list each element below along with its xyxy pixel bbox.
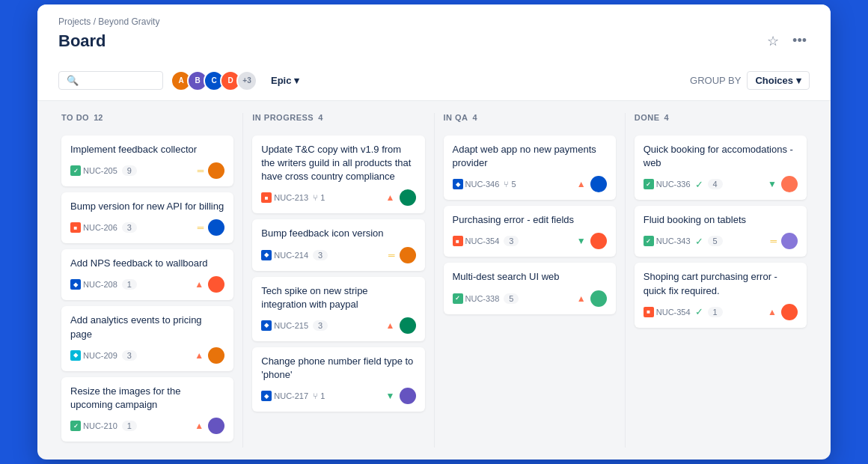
card[interactable]: Add analytics events to pricing page ◆ N… (61, 306, 233, 370)
priority-icon: ▲ (768, 307, 777, 317)
card-meta: ◆ NUC-209 3 ▲ (70, 347, 224, 364)
card-meta: ■ NUC-354 3 ▼ (453, 233, 607, 249)
header-top: Board ☆ ••• (58, 30, 810, 63)
issue-type-icon: ✓ (70, 165, 81, 176)
card[interactable]: Resize the images for the upcoming campa… (61, 377, 233, 442)
column-count: 4 (318, 113, 323, 122)
card[interactable]: Shoping cart purchasing error - quick fi… (635, 263, 807, 327)
card-meta: ◆ NUC-214 3 ═ (261, 247, 415, 263)
done-icon: ✓ (695, 236, 703, 247)
card[interactable]: Bump feedback icon version ◆ NUC-214 3 ═ (252, 219, 424, 270)
card-count: 3 (122, 222, 137, 233)
card-title: Add analytics events to pricing page (70, 314, 224, 341)
priority-icon: ═ (388, 250, 395, 260)
card-count: 9 (122, 165, 137, 176)
issue-id: ■ NUC-213 (261, 192, 308, 203)
card[interactable]: Adapt web app no new payments provider ◆… (444, 135, 616, 200)
issue-type-icon: ■ (453, 236, 463, 246)
epic-filter-button[interactable]: Epic ▾ (265, 72, 305, 89)
card-meta: ◆ NUC-346 ⑂ 5 ▲ (453, 176, 607, 192)
card-meta: ✓ NUC-205 9 ═ (70, 162, 224, 179)
group-by-section: GROUP BY Choices ▾ (690, 71, 810, 90)
card-title: Quick booking for accomodations - web (644, 143, 798, 170)
issue-type-icon: ■ (644, 307, 654, 317)
card[interactable]: Change phone number field type to 'phone… (252, 347, 424, 412)
column-title: DONE (635, 113, 660, 122)
issue-type-icon: ◆ (453, 179, 463, 189)
issue-type-icon: ◆ (70, 350, 81, 361)
issue-id: ◆ NUC-217 (261, 391, 308, 401)
breadcrumb: Projects / Beyond Gravity (58, 16, 810, 27)
search-icon: 🔍 (67, 75, 79, 86)
card-avatar (208, 276, 224, 293)
search-input[interactable] (83, 75, 158, 86)
card-title: Adapt web app no new payments provider (453, 143, 607, 170)
card-title: Change phone number field type to 'phone… (261, 355, 415, 382)
column-title: TO DO (61, 113, 89, 122)
card[interactable]: Tech spike on new stripe integration wit… (252, 277, 424, 341)
card-title: Tech spike on new stripe integration wit… (261, 284, 415, 311)
board-content: TO DO 12 Implement feedback collector ✓ … (37, 101, 831, 460)
column-count: 4 (473, 113, 477, 122)
card-title: Resize the images for the upcoming campa… (70, 385, 224, 412)
card-avatar (208, 162, 224, 179)
card-meta: ✓ NUC-338 5 ▲ (453, 290, 607, 307)
avatar-group[interactable]: A B C D +3 (171, 70, 257, 91)
card-avatar (781, 304, 798, 320)
priority-icon: ▲ (386, 320, 395, 331)
card-count: 1 (122, 279, 137, 290)
card-count: 3 (313, 320, 328, 331)
issue-id: ✓ NUC-210 (70, 421, 117, 431)
priority-icon: ▼ (577, 236, 586, 246)
card-count: 5 (504, 293, 519, 304)
column-inqa: IN QA 4 Adapt web app no new payments pr… (435, 113, 626, 448)
card-avatar (208, 219, 224, 236)
star-button[interactable]: ☆ (764, 30, 782, 52)
card-avatar (590, 290, 607, 307)
card[interactable]: Purchasing error - edit fields ■ NUC-354… (444, 206, 616, 257)
card-title: Bump version for new API for billing (70, 200, 224, 213)
issue-type-icon: ◆ (261, 320, 272, 331)
card-title: Shoping cart purchasing error - quick fi… (644, 270, 798, 297)
issue-type-icon: ■ (261, 192, 272, 203)
card-avatar (781, 176, 798, 192)
group-by-label: GROUP BY (690, 75, 741, 86)
choices-button[interactable]: Choices ▾ (747, 71, 810, 90)
issue-id: ◆ NUC-214 (261, 250, 308, 260)
card-meta: ◆ NUC-215 3 ▲ (261, 317, 415, 334)
column-done: DONE 4 Quick booking for accomodations -… (626, 113, 816, 448)
epic-label: Epic (271, 75, 291, 86)
choices-label: Choices (755, 75, 793, 86)
card-avatar (590, 176, 607, 192)
card[interactable]: Quick booking for accomodations - web ✓ … (635, 135, 807, 200)
column-header-done: DONE 4 (635, 113, 807, 126)
issue-id: ■ NUC-354 (453, 236, 500, 246)
issue-id: ◆ NUC-209 (70, 350, 117, 361)
priority-icon: ▲ (577, 179, 586, 189)
card-meta: ✓ NUC-210 1 ▲ (70, 418, 224, 434)
more-button[interactable]: ••• (789, 30, 810, 52)
priority-icon: ▼ (386, 391, 395, 401)
card[interactable]: Add NPS feedback to wallboard ◆ NUC-208 … (61, 249, 233, 300)
issue-type-icon: ✓ (70, 421, 81, 431)
page-title: Board (58, 31, 106, 51)
issue-id: ✓ NUC-343 (644, 236, 691, 246)
done-icon: ✓ (695, 306, 703, 317)
card[interactable]: Multi-dest search UI web ✓ NUC-338 5 ▲ (444, 263, 616, 314)
issue-id: ■ NUC-206 (70, 222, 117, 233)
card[interactable]: Fluid booking on tablets ✓ NUC-343 ✓5 ═ (635, 206, 807, 257)
card-avatar (208, 418, 224, 434)
card-count: 1 (122, 421, 137, 431)
card-title: Multi-dest search UI web (453, 270, 607, 284)
priority-icon: ═ (770, 236, 777, 246)
card-meta: ✓ NUC-343 ✓5 ═ (644, 233, 798, 249)
card-avatar (400, 317, 416, 334)
priority-icon: ═ (198, 222, 204, 233)
card-title: Purchasing error - edit fields (453, 213, 607, 227)
card-count: 1 (708, 307, 723, 317)
card[interactable]: Bump version for new API for billing ■ N… (61, 192, 233, 243)
card-meta: ◆ NUC-217 ⑂ 1 ▼ (261, 388, 415, 404)
card[interactable]: Implement feedback collector ✓ NUC-205 9… (61, 135, 233, 186)
card[interactable]: Update T&C copy with v1.9 from the write… (252, 135, 424, 214)
priority-icon: ▼ (768, 179, 777, 189)
